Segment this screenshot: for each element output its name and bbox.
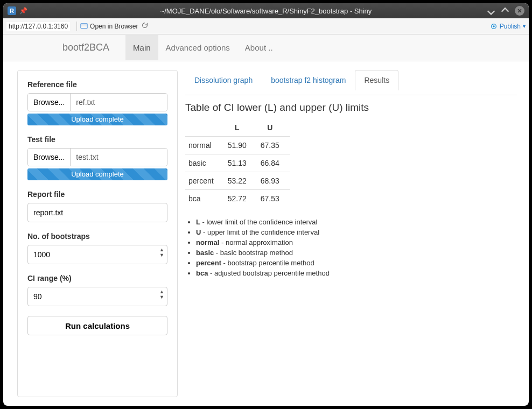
ci-range-label: CI range (%) xyxy=(27,274,167,283)
tab-results[interactable]: Results xyxy=(355,70,398,90)
results-table: L U normal51.9067.35basic51.1366.84perce… xyxy=(185,119,290,207)
chevron-down-icon[interactable]: ▼ xyxy=(159,252,164,258)
nav-advanced[interactable]: Advanced options xyxy=(158,35,237,60)
app-brand: bootf2BCA xyxy=(62,42,109,53)
window-title: ~/MOJE_DANE/olo/Software/software_R/Shin… xyxy=(160,7,372,15)
tab-f2-histogram[interactable]: bootstrap f2 histogram xyxy=(262,70,355,90)
chevron-up-icon[interactable]: ▲ xyxy=(159,289,164,294)
ci-range-input[interactable] xyxy=(27,287,167,306)
table-row: basic51.1366.84 xyxy=(185,154,290,172)
cell-L: 53.22 xyxy=(225,172,257,190)
reference-file-name: ref.txt xyxy=(71,94,167,111)
close-icon[interactable] xyxy=(515,6,524,16)
chevron-down-icon: ▾ xyxy=(523,23,526,29)
col-U: U xyxy=(257,119,290,137)
test-file-label: Test file xyxy=(27,135,167,144)
chevron-down-icon[interactable]: ▼ xyxy=(159,294,164,300)
reference-upload-progress: Upload complete xyxy=(27,114,167,125)
reference-browse-button[interactable]: Browse... xyxy=(28,94,71,111)
legend-item: basic - basic bootstrap method xyxy=(196,249,517,257)
cell-method: percent xyxy=(185,172,225,190)
cell-L: 51.13 xyxy=(225,154,257,172)
report-file-input[interactable] xyxy=(27,203,167,222)
cell-U: 66.84 xyxy=(257,154,290,172)
legend-item: bca - adjusted bootstrap percentile meth… xyxy=(196,269,517,277)
publish-icon xyxy=(490,23,498,30)
app-icon: R xyxy=(8,6,16,15)
svg-point-3 xyxy=(493,25,495,27)
bootstraps-label: No. of bootstraps xyxy=(27,232,167,241)
cell-method: normal xyxy=(185,137,225,154)
address-bar[interactable]: http://127.0.0.1:3160 xyxy=(6,22,70,31)
test-file-input[interactable]: Browse... test.txt xyxy=(27,148,167,166)
reload-button[interactable] xyxy=(141,22,149,31)
bootstraps-input[interactable] xyxy=(27,245,167,264)
minimize-icon[interactable] xyxy=(487,6,495,15)
toolbar: http://127.0.0.1:3160 Open in Browser Pu… xyxy=(3,18,529,34)
browser-icon xyxy=(80,23,88,30)
legend-item: normal - normal approximation xyxy=(196,238,517,246)
report-file-label: Report file xyxy=(27,190,167,199)
table-row: bca52.7267.53 xyxy=(185,190,290,208)
tab-dissolution-graph[interactable]: Dissolution graph xyxy=(185,70,262,90)
navbar: bootf2BCA Main Advanced options About .. xyxy=(3,34,529,61)
pin-icon[interactable]: 📌 xyxy=(19,7,27,15)
sidebar: Reference file Browse... ref.txt Upload … xyxy=(17,70,178,397)
test-upload-progress: Upload complete xyxy=(27,168,167,180)
reference-file-label: Reference file xyxy=(27,80,167,89)
table-row: percent53.2268.93 xyxy=(185,172,290,190)
main-panel: Dissolution graph bootstrap f2 histogram… xyxy=(178,70,524,397)
results-title: Table of CI lower (L) and upper (U) limi… xyxy=(185,102,517,114)
test-file-name: test.txt xyxy=(71,149,167,166)
maximize-icon[interactable] xyxy=(501,6,509,15)
nav-about[interactable]: About .. xyxy=(237,35,281,60)
table-row: normal51.9067.35 xyxy=(185,137,290,154)
open-in-browser-button[interactable]: Open in Browser xyxy=(80,23,138,30)
col-method xyxy=(185,119,225,137)
svg-rect-0 xyxy=(81,23,87,28)
col-L: L xyxy=(225,119,257,137)
test-browse-button[interactable]: Browse... xyxy=(28,149,71,166)
stepper-arrows[interactable]: ▲▼ xyxy=(159,247,164,258)
legend: L - lower limit of the confidence interv… xyxy=(196,218,517,277)
stepper-arrows[interactable]: ▲▼ xyxy=(159,289,164,300)
run-calculations-button[interactable]: Run calculations xyxy=(27,316,167,335)
titlebar: R 📌 ~/MOJE_DANE/olo/Software/software_R/… xyxy=(3,3,529,18)
separator xyxy=(76,22,77,31)
publish-button[interactable]: Publish ▾ xyxy=(490,23,526,30)
publish-label: Publish xyxy=(500,23,521,30)
nav-main[interactable]: Main xyxy=(125,35,158,60)
chevron-up-icon[interactable]: ▲ xyxy=(159,247,164,252)
cell-method: basic xyxy=(185,154,225,172)
legend-item: L - lower limit of the confidence interv… xyxy=(196,218,517,226)
tabs: Dissolution graph bootstrap f2 histogram… xyxy=(185,70,517,90)
legend-item: U - upper limit of the confidence interv… xyxy=(196,228,517,236)
cell-U: 68.93 xyxy=(257,172,290,190)
reference-file-input[interactable]: Browse... ref.txt xyxy=(27,93,167,111)
legend-item: percent - bootstrap percentile method xyxy=(196,259,517,267)
cell-U: 67.53 xyxy=(257,190,290,208)
cell-U: 67.35 xyxy=(257,137,290,154)
cell-method: bca xyxy=(185,190,225,208)
cell-L: 52.72 xyxy=(225,190,257,208)
open-browser-label: Open in Browser xyxy=(90,23,138,30)
cell-L: 51.90 xyxy=(225,137,257,154)
